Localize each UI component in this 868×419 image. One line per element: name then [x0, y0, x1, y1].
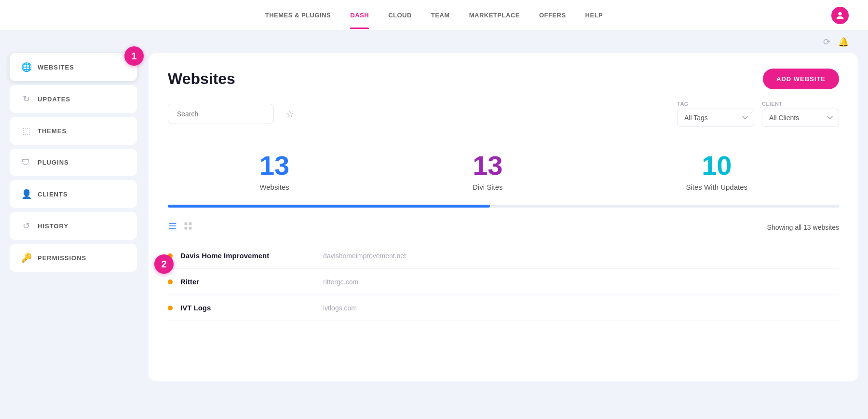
stat-divi-label: Divi Sites: [473, 183, 503, 191]
stat-divi-sites: 13 Divi Sites: [473, 152, 503, 191]
website-name: Ritter: [180, 278, 315, 286]
sidebar-label-clients: CLIENTS: [38, 191, 68, 198]
stat-sites-updates: 10 Sites With Updates: [686, 152, 748, 191]
website-row[interactable]: IVT Logs ivtlogs.com: [168, 295, 839, 321]
top-navigation: THEMES & PLUGINS DASH CLOUD TEAM MARKETP…: [0, 0, 868, 31]
client-filter-wrapper: CLIENT All Clients: [762, 101, 839, 127]
svg-rect-5: [185, 227, 188, 230]
website-list-wrapper: 2 Davis Home Improvement davishomeimprov…: [168, 243, 839, 321]
website-row[interactable]: Ritter rittergc.com: [168, 269, 839, 295]
nav-themes-plugins[interactable]: THEMES & PLUGINS: [265, 2, 331, 28]
sidebar-item-websites[interactable]: 🌐 WEBSITES: [10, 53, 137, 81]
sidebar-label-websites: WEBSITES: [38, 64, 74, 71]
website-status-dot: [168, 279, 173, 284]
tag-filter-wrapper: TAG All Tags: [677, 101, 754, 127]
page-title: Websites: [168, 70, 235, 88]
bell-icon[interactable]: 🔔: [838, 37, 849, 47]
user-avatar[interactable]: [831, 7, 849, 24]
sidebar-item-clients[interactable]: 👤 CLIENTS: [10, 180, 137, 208]
view-icons: [168, 221, 193, 233]
filter-group: TAG All Tags CLIENT All Clients: [677, 101, 839, 127]
sidebar-label-updates: UPDATES: [38, 96, 70, 103]
websites-icon: 🌐: [21, 62, 31, 72]
progress-bar-fill: [168, 205, 490, 208]
nav-help[interactable]: HELP: [585, 2, 603, 28]
history-icon: ↺: [21, 221, 31, 231]
showing-text: Showing all 13 websites: [767, 223, 839, 231]
stat-websites: 13 Websites: [259, 152, 289, 191]
website-url: ivtlogs.com: [323, 304, 357, 312]
nav-offers[interactable]: OFFERS: [539, 2, 566, 28]
themes-icon: ⬚: [21, 126, 31, 136]
website-url: davishomeimprovement.net: [323, 252, 406, 260]
sidebar-item-plugins[interactable]: 🛡 PLUGINS: [10, 149, 137, 176]
sidebar-label-history: HISTORY: [38, 223, 68, 230]
svg-rect-1: [169, 225, 176, 226]
client-filter-label: CLIENT: [762, 101, 839, 107]
nav-team[interactable]: TEAM: [431, 2, 450, 28]
sidebar-item-updates[interactable]: ↻ UPDATES: [10, 85, 137, 113]
nav-marketplace[interactable]: MARKETPLACE: [469, 2, 520, 28]
sidebar-item-history[interactable]: ↺ HISTORY: [10, 212, 137, 240]
nav-cloud[interactable]: CLOUD: [388, 2, 412, 28]
sidebar-item-wrapper-websites: 🌐 WEBSITES 1: [10, 53, 137, 81]
svg-rect-2: [169, 228, 176, 229]
stat-websites-label: Websites: [259, 183, 289, 191]
stat-divi-number: 13: [473, 152, 503, 179]
sidebar-item-permissions[interactable]: 🔑 PERMISSIONS: [10, 244, 137, 272]
star-filter-icon[interactable]: ☆: [285, 108, 294, 120]
plugins-icon: 🛡: [21, 157, 31, 168]
list-controls: Showing all 13 websites: [168, 221, 839, 233]
updates-icon: ↻: [21, 94, 31, 104]
search-input[interactable]: [168, 104, 274, 124]
svg-rect-6: [189, 227, 192, 230]
nav-items: THEMES & PLUGINS DASH CLOUD TEAM MARKETP…: [265, 2, 603, 28]
stat-updates-number: 10: [686, 152, 748, 179]
tag-filter-label: TAG: [677, 101, 754, 107]
badge-2: 2: [154, 254, 174, 274]
list-view-icon[interactable]: [168, 221, 177, 233]
nav-dash[interactable]: DASH: [350, 2, 369, 28]
website-list: Davis Home Improvement davishomeimprovem…: [168, 243, 839, 321]
add-website-button[interactable]: ADD WEBSITE: [763, 69, 839, 89]
sidebar-item-themes[interactable]: ⬚ THEMES: [10, 117, 137, 145]
svg-rect-4: [189, 223, 192, 225]
stat-updates-label: Sites With Updates: [686, 183, 748, 191]
progress-bar-container: [168, 205, 839, 208]
page-header: Websites ADD WEBSITE: [168, 69, 839, 89]
sidebar: 🌐 WEBSITES 1 ↻ UPDATES ⬚ THEMES 🛡 PLUGIN…: [10, 53, 145, 381]
website-status-dot: [168, 306, 173, 310]
grid-view-icon[interactable]: [183, 221, 193, 233]
refresh-icon[interactable]: ⟳: [823, 37, 830, 47]
filters-row: ☆ TAG All Tags CLIENT All Clients: [168, 101, 839, 127]
stat-websites-number: 13: [259, 152, 289, 179]
sidebar-label-plugins: PLUGINS: [38, 159, 69, 166]
stats-row: 13 Websites 13 Divi Sites 10 Sites With …: [168, 142, 839, 201]
nav-right-icons: [831, 7, 849, 24]
svg-rect-3: [185, 223, 188, 225]
svg-rect-0: [169, 223, 176, 224]
badge-1: 1: [124, 46, 144, 66]
clients-icon: 👤: [21, 189, 31, 199]
sidebar-label-permissions: PERMISSIONS: [38, 254, 86, 262]
main-content: Websites ADD WEBSITE ☆ TAG All Tags CLIE…: [149, 53, 858, 381]
website-name: IVT Logs: [180, 304, 315, 312]
permissions-icon: 🔑: [21, 252, 31, 263]
website-row[interactable]: Davis Home Improvement davishomeimprovem…: [168, 243, 839, 269]
website-url: rittergc.com: [323, 278, 358, 286]
main-layout: 🌐 WEBSITES 1 ↻ UPDATES ⬚ THEMES 🛡 PLUGIN…: [0, 53, 868, 391]
sidebar-label-themes: THEMES: [38, 127, 67, 135]
client-filter-select[interactable]: All Clients: [762, 109, 839, 127]
tag-filter-select[interactable]: All Tags: [677, 109, 754, 127]
website-name: Davis Home Improvement: [180, 251, 315, 260]
